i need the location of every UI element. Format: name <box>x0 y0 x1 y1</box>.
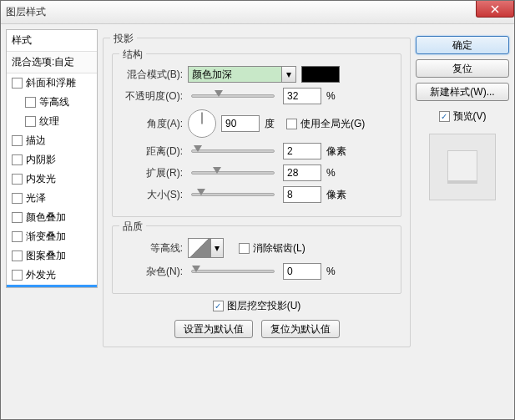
titlebar: 图层样式 <box>1 1 514 24</box>
style-item-checkbox[interactable] <box>12 174 23 185</box>
style-item-0[interactable]: 斜面和浮雕 <box>7 73 97 93</box>
size-input[interactable]: 8 <box>283 186 321 203</box>
style-list: 样式 混合选项:自定 斜面和浮雕等高线纹理描边内阴影内发光光泽颜色叠加渐变叠加图… <box>6 29 98 288</box>
layer-style-dialog: 图层样式 样式 混合选项:自定 斜面和浮雕等高线纹理描边内阴影内发光光泽颜色叠加… <box>0 0 515 420</box>
angle-label: 角度(A): <box>121 117 183 131</box>
distance-label: 距离(D): <box>121 144 183 159</box>
style-item-6[interactable]: 光泽 <box>7 189 97 208</box>
window-title: 图层样式 <box>6 5 46 19</box>
style-item-3[interactable]: 描边 <box>7 131 97 150</box>
style-list-header[interactable]: 样式 <box>7 30 97 52</box>
blend-mode-label: 混合模式(B): <box>121 68 183 82</box>
preview-thumbnail <box>429 134 496 200</box>
structure-group: 结构 混合模式(B): 颜色加深 ▾ 不透明度(O): 32 % <box>112 53 401 217</box>
style-item-2[interactable]: 纹理 <box>7 112 97 131</box>
noise-slider[interactable] <box>191 270 275 273</box>
global-light-label: 使用全局光(G) <box>300 117 365 131</box>
blend-mode-value: 颜色加深 <box>192 68 232 82</box>
style-item-checkbox[interactable] <box>25 116 36 127</box>
style-item-4[interactable]: 内阴影 <box>7 150 97 170</box>
ok-button[interactable]: 确定 <box>416 36 509 54</box>
blending-options-item[interactable]: 混合选项:自定 <box>7 52 97 73</box>
opacity-input[interactable]: 32 <box>283 88 321 104</box>
style-item-checkbox[interactable] <box>12 250 23 261</box>
style-item-checkbox[interactable] <box>12 270 23 281</box>
opacity-slider[interactable] <box>191 94 275 98</box>
opacity-unit: % <box>326 90 351 102</box>
style-item-label: 纹理 <box>39 114 59 129</box>
reset-default-button[interactable]: 复位为默认值 <box>261 320 340 338</box>
style-item-7[interactable]: 颜色叠加 <box>7 208 97 227</box>
style-item-label: 内阴影 <box>26 153 56 167</box>
style-item-label: 内发光 <box>26 172 56 186</box>
style-item-label: 图案叠加 <box>26 249 66 263</box>
size-slider[interactable] <box>191 193 275 196</box>
antialias-label: 消除锯齿(L) <box>253 241 305 256</box>
close-icon <box>491 5 499 13</box>
style-item-checkbox[interactable] <box>12 193 23 204</box>
style-item-checkbox[interactable] <box>12 212 23 223</box>
style-item-checkbox[interactable] <box>12 154 23 165</box>
style-item-label: 投影 <box>26 287 46 288</box>
size-label: 大小(S): <box>121 188 183 202</box>
style-item-checkbox[interactable] <box>12 135 23 146</box>
style-item-11[interactable]: 投影 <box>7 285 97 288</box>
contour-label: 等高线: <box>121 241 183 256</box>
style-item-label: 光泽 <box>26 191 46 205</box>
spread-label: 扩展(R): <box>121 166 183 180</box>
blend-mode-combo[interactable]: 颜色加深 ▾ <box>188 66 296 83</box>
style-item-label: 斜面和浮雕 <box>26 76 76 90</box>
distance-slider[interactable] <box>191 149 275 153</box>
style-item-checkbox[interactable] <box>12 78 23 89</box>
preview-label: 预览(V) <box>453 109 487 124</box>
style-item-label: 描边 <box>26 134 46 148</box>
style-item-label: 等高线 <box>39 95 69 109</box>
chevron-down-icon: ▾ <box>281 67 295 82</box>
spread-unit: % <box>326 167 351 179</box>
spread-slider[interactable] <box>191 171 275 175</box>
noise-label: 杂色(N): <box>121 265 183 279</box>
angle-input[interactable]: 90 <box>221 115 260 132</box>
style-item-label: 渐变叠加 <box>26 230 66 244</box>
style-item-label: 外发光 <box>26 268 56 282</box>
structure-legend: 结构 <box>119 48 146 62</box>
style-item-checkbox[interactable] <box>12 231 23 242</box>
angle-dial[interactable] <box>188 109 216 138</box>
distance-unit: 像素 <box>326 144 351 159</box>
antialias-checkbox[interactable] <box>239 243 250 254</box>
main-panel: 投影 结构 混合模式(B): 颜色加深 ▾ 不透明度(O): <box>103 38 411 347</box>
noise-input[interactable]: 0 <box>283 263 321 280</box>
style-item-1[interactable]: 等高线 <box>7 93 97 112</box>
spread-input[interactable]: 28 <box>283 164 321 181</box>
contour-picker[interactable] <box>188 238 211 258</box>
style-item-10[interactable]: 外发光 <box>7 266 97 285</box>
knockout-checkbox[interactable] <box>213 301 224 311</box>
style-item-checkbox[interactable] <box>25 97 36 108</box>
style-item-8[interactable]: 渐变叠加 <box>7 227 97 246</box>
style-item-9[interactable]: 图案叠加 <box>7 246 97 266</box>
size-unit: 像素 <box>326 188 351 202</box>
chevron-down-icon[interactable]: ▾ <box>211 238 224 258</box>
angle-unit: 度 <box>265 117 275 131</box>
opacity-label: 不透明度(O): <box>121 89 183 104</box>
main-panel-title: 投影 <box>110 32 137 46</box>
preview-checkbox[interactable] <box>439 111 450 122</box>
style-item-label: 颜色叠加 <box>26 210 66 225</box>
quality-legend: 品质 <box>119 220 146 234</box>
distance-input[interactable]: 2 <box>283 143 321 159</box>
cancel-button[interactable]: 复位 <box>416 59 509 78</box>
knockout-label: 图层挖空投影(U) <box>227 299 301 313</box>
close-button[interactable] <box>476 1 514 18</box>
quality-group: 品质 等高线: ▾ 消除锯齿(L) 杂色(N): <box>112 225 401 294</box>
noise-unit: % <box>326 266 351 277</box>
global-light-checkbox[interactable] <box>286 119 297 129</box>
new-style-button[interactable]: 新建样式(W)... <box>416 83 509 101</box>
style-item-5[interactable]: 内发光 <box>7 170 97 189</box>
make-default-button[interactable]: 设置为默认值 <box>174 320 253 338</box>
preview-inner <box>447 150 477 184</box>
shadow-color-swatch[interactable] <box>301 66 340 83</box>
